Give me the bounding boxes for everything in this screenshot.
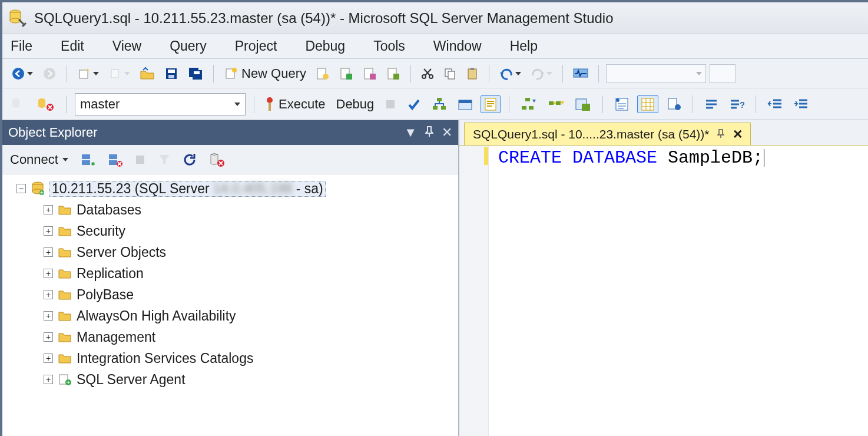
intellisense-icon [483,97,498,112]
decrease-indent-button[interactable] [764,95,786,113]
checkmark-icon [407,97,421,111]
query-options-button[interactable] [455,95,476,113]
tree-node-databases[interactable]: + Databases [2,199,458,220]
database-selected: master [80,97,120,112]
panel-dropdown-icon[interactable]: ▼ [404,125,417,140]
menu-debug[interactable]: Debug [302,36,349,57]
tree-node-polybase[interactable]: + PolyBase [2,284,458,305]
close-icon[interactable]: ✕ [733,127,743,141]
uncomment-button[interactable]: ? [726,95,747,113]
menu-edit[interactable]: Edit [57,36,88,57]
include-client-stats-button[interactable] [572,95,594,113]
server-node-label: 10.211.55.23 (SQL Server 14.0.405.198 - … [49,181,326,197]
tree-node-alwayson[interactable]: + AlwaysOn High Availability [2,305,458,326]
mdx-icon [339,67,353,81]
connect-server-button[interactable] [77,151,98,169]
svg-rect-6 [111,70,118,78]
undo-button[interactable] [496,65,524,82]
nav-back-button[interactable] [8,65,36,82]
find-button[interactable] [710,64,736,83]
dmx-query-button[interactable] [360,65,380,82]
editor-gutter [459,146,489,436]
intellisense-button[interactable] [481,95,501,113]
save-icon [164,67,178,81]
tree-node-server-objects[interactable]: + Server Objects [2,242,458,263]
menu-file[interactable]: File [7,36,36,57]
pin-icon[interactable] [717,127,724,141]
include-actual-plan-button[interactable] [518,95,540,113]
object-explorer-panel: Object Explorer ▼ ✕ Connect [2,120,459,436]
arrow-left-circle-icon [11,67,25,81]
disconnect-server-button[interactable] [104,151,125,169]
tree-node-management[interactable]: + Management [2,326,458,348]
execute-button[interactable]: Execute [263,95,329,113]
comment-button[interactable] [701,95,721,113]
parse-button[interactable] [404,95,424,113]
debug-button[interactable]: Debug [333,95,377,113]
increase-indent-button[interactable] [790,95,811,113]
document-tab[interactable]: SQLQuery1.sql - 10.....23.master (sa (54… [464,123,751,145]
connection-icon [11,97,26,112]
new-item-dropdown[interactable] [105,65,133,82]
node-label: Server Objects [77,245,166,260]
sql-editor[interactable]: CREATE DATABASE SampleDB; [459,145,868,436]
activity-monitor-button[interactable] [570,65,591,82]
save-all-button[interactable] [185,65,206,82]
node-label: SQL Server Agent [77,372,185,388]
tree-node-isc[interactable]: + Integration Services Catalogs [2,348,458,369]
delete-button[interactable] [206,151,228,169]
clipboard-icon [466,67,479,80]
de-query-icon [316,67,330,81]
menu-view[interactable]: View [109,36,145,57]
close-icon[interactable]: ✕ [442,125,452,140]
object-explorer-tree[interactable]: − 10.211.55.23 (SQL Server 14.0.405.198 … [2,174,458,436]
expand-icon[interactable]: + [44,354,53,363]
expand-icon[interactable]: + [44,375,53,384]
connect-dropdown[interactable]: Connect [7,151,71,169]
estimated-plan-button[interactable] [429,95,450,113]
database-combo[interactable]: master [75,93,246,115]
editor-code[interactable]: CREATE DATABASE SampleDB; [489,146,774,436]
expand-icon[interactable]: + [44,269,53,278]
expand-icon[interactable]: + [44,311,53,321]
expand-icon[interactable]: + [44,205,53,214]
comment-lines-icon [704,98,718,111]
new-project-dropdown[interactable] [74,65,102,82]
paste-button[interactable] [463,65,482,82]
results-to-file-button[interactable] [663,95,684,113]
expand-icon[interactable]: + [44,247,53,257]
tree-node-replication[interactable]: + Replication [2,263,458,284]
menu-tools[interactable]: Tools [370,36,409,57]
solution-config-combo[interactable] [606,64,706,83]
disconnect-button[interactable] [34,95,58,113]
tree-server-node[interactable]: − 10.211.55.23 (SQL Server 14.0.405.198 … [2,178,458,199]
new-query-button[interactable]: New Query [221,65,309,82]
outdent-icon [767,98,783,111]
tree-node-security[interactable]: + Security [2,220,458,242]
save-button[interactable] [161,65,181,82]
menu-window[interactable]: Window [430,36,485,57]
expand-icon[interactable]: + [44,226,53,236]
menu-help[interactable]: Help [506,36,541,57]
svg-point-54 [616,98,619,102]
expand-icon[interactable]: + [44,332,53,342]
cut-button[interactable] [418,65,437,82]
include-live-stats-button[interactable] [545,95,567,113]
menu-project[interactable]: Project [231,36,281,57]
collapse-icon[interactable]: − [16,184,26,193]
results-to-text-button[interactable] [611,95,632,113]
expand-icon[interactable]: + [44,290,53,299]
refresh-button[interactable] [180,151,200,169]
node-label: Integration Services Catalogs [77,351,253,366]
results-to-grid-button[interactable] [637,95,658,113]
menu-query[interactable]: Query [166,36,210,57]
copy-button[interactable] [440,65,459,82]
tree-node-agent[interactable]: + SQL Server Agent [2,369,458,390]
db-engine-query-button[interactable] [313,65,333,82]
execute-label: Execute [279,97,326,112]
xmla-query-button[interactable] [383,65,403,82]
mdx-query-button[interactable] [336,65,356,82]
new-project-sparkle-icon [77,67,91,81]
pin-icon[interactable] [425,125,433,140]
open-file-button[interactable] [137,65,158,82]
